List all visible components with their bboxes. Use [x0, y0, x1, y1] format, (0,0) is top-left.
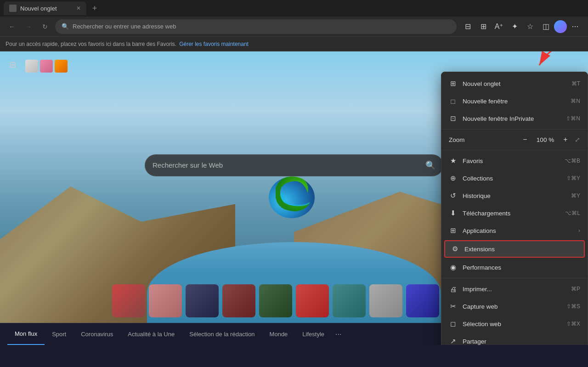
menu-history-shortcut: ⌘Y [571, 192, 580, 199]
thumb-8[interactable] [369, 284, 402, 317]
applications-menu-icon: ⊞ [449, 226, 457, 235]
tab-close-button[interactable]: ✕ [76, 5, 81, 11]
apps-grid-icon[interactable]: ⊞ [9, 60, 16, 70]
menu-inprivate[interactable]: ⊡ Nouvelle fenêtre InPrivate ⇧⌘N [441, 110, 588, 127]
menu-capture[interactable]: ✂ Capture web ⇧⌘S [441, 298, 588, 315]
downloads-menu-icon: ⬇ [449, 209, 457, 217]
menu-divider-2 [441, 150, 588, 150]
browser-chrome: Nouvel onglet ✕ + ← → ↻ 🔍 Rechercher ou … [0, 0, 588, 51]
red-arrow-annotation [526, 51, 562, 74]
menu-favorites-label: Favoris [463, 158, 559, 164]
nav-item-selection[interactable]: Sélection de la rédaction [182, 323, 262, 345]
favorites-bar: Pour un accès rapide, placez vos favoris… [0, 37, 588, 51]
extensions-menu-icon: ⚙ [451, 245, 459, 253]
fav-item-3[interactable] [55, 60, 68, 73]
menu-divider-1 [441, 129, 588, 130]
applications-arrow-icon: › [578, 227, 580, 234]
thumb-4[interactable] [222, 284, 255, 317]
menu-share[interactable]: ↗ Partager [441, 333, 588, 345]
back-button[interactable]: ← [6, 20, 18, 33]
menu-downloads-shortcut: ⌥⌘L [565, 210, 580, 216]
menu-extensions[interactable]: ⚙ Extensions [444, 240, 585, 258]
menu-share-label: Partager [463, 338, 580, 345]
tab-favicon [9, 5, 17, 12]
menu-capture-shortcut: ⇧⌘S [566, 303, 580, 310]
menu-selection-web-label: Sélection web [463, 321, 561, 327]
favorites-icon[interactable]: ☆ [523, 19, 537, 34]
nav-item-mon-flux[interactable]: Mon flux [7, 323, 45, 345]
nav-more-button[interactable]: ··· [335, 330, 341, 339]
copilot-icon[interactable]: ✦ [507, 19, 522, 34]
menu-downloads[interactable]: ⬇ Téléchargements ⌥⌘L [441, 204, 588, 222]
menu-print[interactable]: 🖨 Imprimer... ⌘P [441, 280, 588, 298]
nav-item-lifestyle[interactable]: Lifestyle [295, 323, 332, 345]
menu-selection-web[interactable]: ◻ Sélection web ⇧⌘X [441, 315, 588, 333]
menu-extensions-label: Extensions [464, 246, 578, 253]
menu-capture-label: Capture web [463, 303, 561, 310]
profile-avatar[interactable] [554, 20, 567, 33]
thumb-6[interactable] [296, 284, 329, 317]
split-view-icon[interactable]: ⊟ [460, 19, 475, 34]
new-tab-button[interactable]: + [88, 2, 101, 15]
menu-collections[interactable]: ⊕ Collections ⇧⌘Y [441, 169, 588, 187]
active-tab[interactable]: Nouvel onglet ✕ [4, 1, 86, 15]
menu-applications[interactable]: ⊞ Applications › [441, 222, 588, 239]
thumb-5[interactable] [259, 284, 292, 317]
selection-web-icon: ◻ [449, 320, 457, 328]
favorites-strip [25, 60, 68, 73]
favorites-bar-text: Pour un accès rapide, placez vos favoris… [6, 41, 176, 47]
url-text: Rechercher ou entrer une adresse web [73, 23, 450, 30]
inprivate-icon: ⊡ [449, 114, 457, 123]
menu-inprivate-label: Nouvelle fenêtre InPrivate [463, 115, 560, 122]
thumb-3[interactable] [186, 284, 219, 317]
history-menu-icon: ↺ [449, 192, 457, 200]
collections-icon[interactable]: ◫ [538, 19, 553, 34]
menu-print-shortcut: ⌘P [571, 286, 580, 292]
menu-new-tab[interactable]: ⊞ Nouvel onglet ⌘T [441, 75, 588, 92]
menu-history[interactable]: ↺ Historique ⌘Y [441, 187, 588, 204]
menu-new-tab-label: Nouvel onglet [463, 80, 566, 87]
zoom-in-button[interactable]: + [560, 134, 571, 145]
grid-view-icon[interactable]: ⊞ [476, 19, 491, 34]
zoom-label: Zoom [449, 136, 465, 143]
nav-item-coronavirus[interactable]: Coronavirus [74, 323, 120, 345]
refresh-button[interactable]: ↻ [39, 20, 51, 33]
thumb-1[interactable] [112, 284, 145, 317]
collections-menu-icon: ⊕ [449, 174, 457, 182]
tab-bar: Nouvel onglet ✕ + [0, 0, 588, 17]
fav-item-1[interactable] [25, 60, 38, 73]
menu-collections-shortcut: ⇧⌘Y [566, 175, 580, 181]
capture-menu-icon: ✂ [449, 302, 457, 311]
thumb-7[interactable] [333, 284, 366, 317]
menu-performances[interactable]: ◉ Performances [441, 259, 588, 276]
menu-history-label: Historique [463, 192, 565, 199]
zoom-out-button[interactable]: − [520, 134, 531, 145]
font-icon[interactable]: A⁺ [492, 19, 506, 34]
address-bar: ← → ↻ 🔍 Rechercher ou entrer une adresse… [0, 17, 588, 37]
thumb-2[interactable] [149, 284, 182, 317]
thumb-9[interactable] [406, 284, 439, 317]
menu-downloads-label: Téléchargements [463, 210, 560, 217]
menu-button[interactable]: ··· [568, 19, 582, 34]
menu-favorites-shortcut: ⌥⌘B [565, 158, 580, 164]
url-bar[interactable]: 🔍 Rechercher ou entrer une adresse web [55, 19, 457, 34]
menu-favorites[interactable]: ★ Favoris ⌥⌘B [441, 152, 588, 169]
new-tab-menu-icon: ⊞ [449, 79, 457, 88]
nav-item-monde[interactable]: Monde [262, 323, 295, 345]
fav-item-2[interactable] [40, 60, 53, 73]
zoom-expand-button[interactable]: ⤢ [575, 136, 580, 143]
forward-button[interactable]: → [22, 20, 35, 33]
search-icon: 🔍 [62, 23, 69, 30]
nav-item-actualite[interactable]: Actualité à la Une [120, 323, 182, 345]
edge-logo [266, 165, 322, 220]
manage-favorites-link[interactable]: Gérer les favoris maintenant [179, 41, 249, 47]
favorites-menu-icon: ★ [449, 157, 457, 165]
toolbar-icons: ⊟ ⊞ A⁺ ✦ ☆ ◫ ··· [460, 19, 582, 34]
menu-divider-3 [441, 278, 588, 278]
print-menu-icon: 🖨 [449, 285, 457, 293]
menu-selection-web-shortcut: ⇧⌘X [566, 321, 580, 327]
zoom-row: Zoom − 100 % + ⤢ [441, 131, 588, 148]
nav-item-sport[interactable]: Sport [45, 323, 74, 345]
menu-new-window[interactable]: □ Nouvelle fenêtre ⌘N [441, 92, 588, 110]
thumbnail-row [112, 284, 476, 317]
